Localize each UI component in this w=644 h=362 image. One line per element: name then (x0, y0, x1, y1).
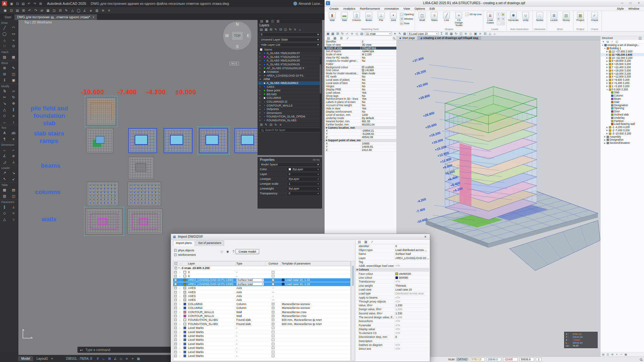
drawing-thumbnail[interactable] (128, 182, 161, 206)
contour-checkbox[interactable] (272, 279, 274, 281)
cell-contour[interactable] (265, 343, 281, 345)
ribbon-button-wall[interactable]: ▮Wall (326, 11, 338, 22)
zoom-icon[interactable] (640, 358, 642, 361)
cell-contour[interactable] (265, 335, 281, 337)
menu-item-analytics[interactable]: Analytics (341, 7, 358, 10)
object-property-value[interactable]: c8c80030 (394, 272, 429, 275)
close-icon[interactable]: × (93, 15, 95, 19)
view-property-value[interactable]: 2 (361, 40, 396, 43)
view-property-value[interactable]: 3D view (361, 43, 396, 46)
ribbon-button-opening[interactable]: ▢Opening (400, 12, 414, 16)
table-scrollbar[interactable] (351, 261, 355, 361)
group-checkbox[interactable] (175, 267, 177, 269)
cell-type[interactable]: Surface load▾ (236, 282, 265, 286)
compass-west[interactable]: W (225, 33, 229, 38)
tool-icon[interactable]: ◿ (0, 159, 9, 165)
table-row[interactable]: ☼Level Marks- (173, 350, 350, 354)
table-row[interactable]: ☼CONTOUR_WALLSWallЖелезобетон стен (173, 314, 350, 318)
object-property-value[interactable]: <?> (394, 280, 429, 283)
tree-item[interactable]: ▼0 0.000 3.200 (601, 88, 644, 91)
view-compass[interactable]: N W E S TOP WCS (221, 21, 253, 69)
object-property-value[interactable]: <?> (394, 328, 429, 331)
contour-checkbox[interactable] (272, 283, 274, 285)
view-property-row[interactable]: Z2414.48 (325, 148, 396, 152)
toolbar-icon[interactable]: △ (70, 9, 75, 12)
tool-icon[interactable]: ⊙ (9, 43, 18, 49)
tree-footer-icon[interactable]: ✓ (620, 353, 623, 356)
view-property-value[interactable]: Общий вид (361, 46, 396, 50)
ribbon-button-2d-by-line[interactable]: ▱2D by Line (465, 12, 482, 16)
row-checkbox[interactable] (174, 331, 177, 333)
visibility-icon[interactable]: ☼ (178, 283, 182, 285)
viewport-controls[interactable]: Top | 2D Wireframe (24, 21, 52, 24)
ribbon-button-beam[interactable]: ▭Beam (363, 11, 375, 22)
wcs-label[interactable]: WCS (230, 62, 239, 65)
tab-model[interactable]: Model (18, 356, 33, 361)
status-toggle-icon[interactable]: + (130, 357, 135, 360)
expand-icon[interactable]: ▶ (606, 132, 608, 135)
expand-icon[interactable]: ▶ (606, 66, 608, 69)
drawing-thumbnail[interactable] (128, 209, 163, 234)
titlebar-icon[interactable]: ↷ (32, 2, 37, 5)
tool-icon[interactable]: ≡ (9, 113, 18, 119)
props-toolbar-icon[interactable]: ✓ (345, 36, 350, 40)
layer-status-icon[interactable]: ▪ (260, 67, 262, 70)
expand-icon[interactable]: ▼ (601, 44, 604, 46)
view-property-value[interactable]: Yes (361, 91, 396, 94)
contour-checkbox[interactable] (272, 355, 274, 357)
view-property-value[interactable]: Yes (361, 97, 396, 100)
ribbon-button-pile[interactable]: ⊥Pile (375, 11, 387, 22)
table-row[interactable]: ☼CONTOUR_WALLSWallЖелезобетон стен (173, 310, 350, 314)
cell-contour[interactable] (265, 355, 281, 357)
tool-icon[interactable]: = (9, 210, 18, 216)
tab-all[interactable]: All (313, 158, 316, 161)
layer-footer-icon[interactable]: ≡ (279, 123, 283, 126)
drawing-thumbnail[interactable] (128, 157, 154, 179)
cell-type[interactable]: - (236, 274, 265, 278)
layer-color-swatch[interactable] (263, 56, 266, 58)
visibility-icon[interactable]: ☼ (178, 299, 182, 302)
toolbar-icon[interactable]: ≋ (100, 9, 106, 12)
ribbon-button-icon[interactable]: ≋ (501, 17, 505, 21)
contour-checkbox[interactable] (272, 311, 274, 313)
column-contour[interactable]: Contour (265, 261, 281, 266)
tree-item[interactable]: Load-bearing wall (601, 123, 644, 126)
tree-item[interactable]: Inclined slab (601, 113, 644, 116)
layer-group[interactable]: ▾ARM (258, 78, 322, 81)
drawing-thumbnail[interactable] (164, 128, 193, 153)
view-property-value[interactable]: 891.55 (361, 120, 396, 123)
expand-icon[interactable]: ▶ (606, 57, 608, 59)
row-checkbox[interactable] (174, 291, 177, 293)
tool-icon[interactable]: ∠ (0, 153, 9, 159)
layers-scrollbar[interactable] (320, 57, 321, 141)
props-toolbar-icon[interactable]: ⊞ (339, 36, 344, 40)
row-checkbox[interactable] (174, 339, 177, 341)
object-property-row[interactable]: Face colourc8c80030 (355, 272, 429, 276)
ribbon-button-generate[interactable]: ✱Generate (507, 11, 519, 22)
visibility-icon[interactable]: ☼ (178, 307, 182, 310)
object-property-row[interactable]: Translucency<?> (355, 280, 429, 284)
expand-icon[interactable]: ▶ (606, 82, 608, 84)
view-property-value[interactable]: No (361, 110, 396, 113)
expand-icon[interactable]: ▼ (604, 47, 606, 50)
layer-color-swatch[interactable] (263, 74, 266, 77)
object-property-row[interactable]: Value, tf/m²1.330 (355, 303, 429, 307)
layer-tool-icon[interactable]: ✎ (274, 28, 278, 31)
lira-toolbar-icon[interactable]: ≋ (464, 32, 468, 35)
tool-icon[interactable]: ≈ (9, 37, 18, 43)
view-property-value[interactable]: No (361, 88, 396, 91)
menu-item-edit[interactable]: Edit (427, 7, 437, 10)
tree-item[interactable]: Beam (601, 97, 644, 101)
view-tab[interactable]: ◆creating a set of drawings.spf:Общий ви… (418, 36, 481, 40)
tool-icon[interactable]: ▤ (9, 187, 18, 193)
table-row[interactable]: ☼0- (173, 274, 350, 278)
expand-icon[interactable]: ▾ (260, 78, 262, 81)
tree-item[interactable]: ▶4 +12.800 3.200 (601, 75, 644, 79)
tree-item[interactable]: ▶6 +19.200 3.200 (601, 69, 644, 72)
expand-icon[interactable]: ▼ (606, 88, 608, 91)
object-property-row[interactable]: Load typeDistributed across area (355, 292, 429, 296)
tool-icon[interactable]: ◯ (0, 31, 9, 37)
layer-tool-icon[interactable]: ⊞ (269, 28, 273, 31)
cell-type[interactable]: Wall (236, 314, 265, 318)
view-property-value[interactable]: ccd0d5 (361, 66, 396, 69)
